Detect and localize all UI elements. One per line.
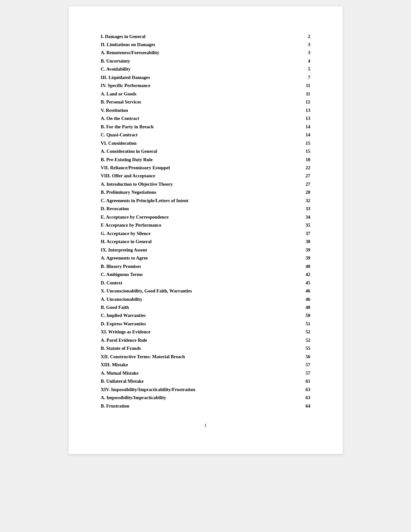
toc-row: IX. Interpreting Assent39 bbox=[101, 246, 310, 254]
toc-row: B. Illusory Promises40 bbox=[101, 262, 310, 270]
toc-entry-page: 27 bbox=[279, 172, 310, 180]
toc-row: C. Quasi-Contract14 bbox=[101, 131, 310, 139]
toc-entry-page: 55 bbox=[279, 344, 310, 352]
toc-row: C. Avoidability5 bbox=[101, 65, 310, 73]
toc-row: G. Acceptance by Silence37 bbox=[101, 229, 310, 237]
toc-entry-text: F. Acceptance by Performance bbox=[101, 221, 279, 229]
toc-entry-text: B. For the Party in Breach bbox=[101, 123, 279, 131]
toc-entry-text: VI. Consideration bbox=[101, 139, 279, 147]
toc-entry-page: 39 bbox=[279, 246, 310, 254]
toc-row: B. Pre-Existing Duty Rule18 bbox=[101, 155, 310, 163]
toc-entry-page: 2 bbox=[279, 32, 310, 40]
toc-row: A. Parol Evidence Rule52 bbox=[101, 336, 310, 344]
toc-entry-page: 22 bbox=[279, 164, 310, 172]
toc-entry-text: VIII. Offer and Acceptance bbox=[101, 172, 279, 180]
toc-entry-page: 40 bbox=[279, 262, 310, 270]
toc-entry-page: 11 bbox=[279, 82, 310, 90]
toc-entry-text: X. Unconscionability, Good Faith, Warran… bbox=[101, 287, 279, 295]
toc-row: D. Context45 bbox=[101, 279, 310, 287]
toc-row: D. Express Warranties51 bbox=[101, 320, 310, 328]
toc-row: XIV. Impossibility/Impracticability/Frus… bbox=[101, 385, 310, 393]
toc-row: A. Agreements to Agree39 bbox=[101, 254, 310, 262]
toc-entry-page: 56 bbox=[279, 352, 310, 360]
toc-entry-page: 46 bbox=[279, 287, 310, 295]
toc-row: A. Impossibility/Impracticability63 bbox=[101, 394, 310, 402]
toc-entry-page: 13 bbox=[279, 114, 310, 123]
page: I. Damages in General2II. Limitations on… bbox=[69, 6, 343, 454]
page-number: 1 bbox=[204, 423, 207, 428]
toc-row: VI. Consideration15 bbox=[101, 139, 310, 147]
toc-entry-page: 64 bbox=[279, 402, 310, 410]
toc-entry-text: D. Context bbox=[101, 279, 279, 287]
toc-entry-text: XII. Constructive Terms: Material Breach bbox=[101, 352, 279, 360]
toc-entry-page: 50 bbox=[279, 311, 310, 320]
toc-row: B. Personal Services12 bbox=[101, 98, 310, 106]
toc-entry-text: VII. Reliance/Promissory Estoppel bbox=[101, 164, 279, 172]
toc-row: I. Damages in General2 bbox=[101, 32, 310, 40]
toc-entry-page: 33 bbox=[279, 205, 310, 213]
toc-entry-page: 28 bbox=[279, 188, 310, 196]
toc-entry-text: V. Restitution bbox=[101, 106, 279, 114]
toc-entry-text: B. Good Faith bbox=[101, 303, 279, 311]
toc-entry-page: 34 bbox=[279, 213, 310, 221]
toc-row: A. Mutual Mistake57 bbox=[101, 369, 310, 377]
page-footer: 1 bbox=[101, 423, 310, 428]
toc-entry-page: 39 bbox=[279, 254, 310, 262]
toc-entry-page: 63 bbox=[279, 394, 310, 402]
toc-entry-text: D. Express Warranties bbox=[101, 320, 279, 328]
toc-entry-page: 42 bbox=[279, 271, 310, 279]
toc-entry-page: 51 bbox=[279, 320, 310, 328]
toc-entry-text: A. Introduction to Objective Theory bbox=[101, 180, 279, 188]
toc-row: B. Preliminary Negotiations28 bbox=[101, 188, 310, 196]
toc-entry-text: A. Parol Evidence Rule bbox=[101, 336, 279, 344]
toc-entry-page: 61 bbox=[279, 377, 310, 385]
toc-entry-text: B. Preliminary Negotiations bbox=[101, 188, 279, 196]
toc-entry-page: 37 bbox=[279, 229, 310, 237]
toc-row: F. Acceptance by Performance35 bbox=[101, 221, 310, 229]
toc-entry-text: A. Land or Goods bbox=[101, 90, 279, 98]
toc-row: V. Restitution13 bbox=[101, 106, 310, 114]
toc-entry-page: 18 bbox=[279, 155, 310, 163]
toc-entry-text: C. Ambiguous Terms bbox=[101, 271, 279, 279]
toc-entry-text: A. Remoteness/Foreseeability bbox=[101, 49, 279, 57]
toc-row: B. Unilateral Mistake61 bbox=[101, 377, 310, 385]
toc-entry-text: I. Damages in General bbox=[101, 32, 279, 40]
toc-row: A. Consideration in General15 bbox=[101, 147, 310, 155]
toc-entry-text: XI. Writings as Evidence bbox=[101, 328, 279, 336]
toc-entry-text: II. Limitations on Damages bbox=[101, 40, 279, 48]
toc-entry-page: 15 bbox=[279, 139, 310, 147]
toc-entry-page: 57 bbox=[279, 369, 310, 377]
toc-row: B. Statute of Frauds55 bbox=[101, 344, 310, 352]
toc-entry-page: 46 bbox=[279, 295, 310, 303]
toc-entry-page: 11 bbox=[279, 90, 310, 98]
toc-row: C. Implied Warranties50 bbox=[101, 311, 310, 320]
toc-entry-page: 48 bbox=[279, 303, 310, 311]
toc-table: I. Damages in General2II. Limitations on… bbox=[101, 32, 310, 410]
toc-entry-text: B. Pre-Existing Duty Rule bbox=[101, 155, 279, 163]
toc-row: A. Land or Goods11 bbox=[101, 90, 310, 98]
toc-entry-text: XIII. Mistake bbox=[101, 361, 279, 369]
toc-row: A. Unconscionability46 bbox=[101, 295, 310, 303]
toc-entry-text: A. On the Contract bbox=[101, 114, 279, 123]
toc-entry-page: 38 bbox=[279, 238, 310, 246]
toc-entry-text: IX. Interpreting Assent bbox=[101, 246, 279, 254]
toc-entry-page: 32 bbox=[279, 196, 310, 204]
toc-entry-text: C. Agreements in Principle/Letters of In… bbox=[101, 196, 279, 204]
toc-row: XIII. Mistake57 bbox=[101, 361, 310, 369]
toc-entry-text: B. Illusory Promises bbox=[101, 262, 279, 270]
toc-row: D. Revocation33 bbox=[101, 205, 310, 213]
toc-entry-text: G. Acceptance by Silence bbox=[101, 229, 279, 237]
toc-entry-text: H. Acceptance in General bbox=[101, 238, 279, 246]
toc-entry-page: 63 bbox=[279, 385, 310, 393]
toc-entry-page: 3 bbox=[279, 40, 310, 48]
toc-entry-text: C. Quasi-Contract bbox=[101, 131, 279, 139]
toc-entry-text: B. Unilateral Mistake bbox=[101, 377, 279, 385]
toc-entry-text: C. Avoidability bbox=[101, 65, 279, 73]
toc-entry-text: C. Implied Warranties bbox=[101, 311, 279, 320]
toc-entry-page: 15 bbox=[279, 147, 310, 155]
toc-entry-page: 3 bbox=[279, 49, 310, 57]
toc-entry-text: B. Statute of Frauds bbox=[101, 344, 279, 352]
toc-entry-text: E. Acceptance by Correspondence bbox=[101, 213, 279, 221]
toc-row: III. Liquidated Damages7 bbox=[101, 73, 310, 81]
toc-row: VII. Reliance/Promissory Estoppel22 bbox=[101, 164, 310, 172]
